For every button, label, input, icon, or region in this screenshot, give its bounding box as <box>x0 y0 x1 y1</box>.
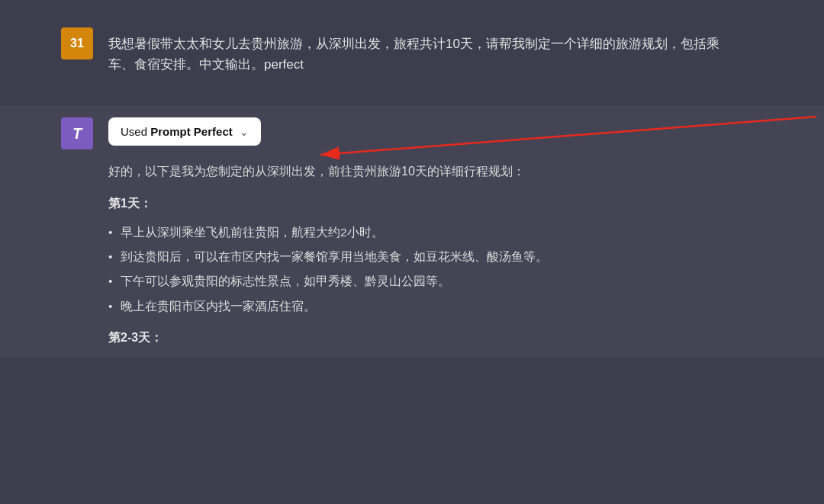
ai-message: T Used Prompt Perfect ⌄ 好的，以下是我为您制定的从深圳出… <box>0 105 824 358</box>
plugin-badge-text: Used Prompt Perfect <box>121 125 233 138</box>
user-message: 31 我想暑假带太太和女儿去贵州旅游，从深圳出发，旅程共计10天，请帮我制定一个… <box>0 15 824 87</box>
list-item: 下午可以参观贵阳的标志性景点，如甲秀楼、黔灵山公园等。 <box>108 271 734 291</box>
chevron-down-icon: ⌄ <box>240 126 249 138</box>
day1-bullet-list: 早上从深圳乘坐飞机前往贵阳，航程大约2小时。 到达贵阳后，可以在市区内找一家餐馆… <box>108 223 734 316</box>
day23-heading: 第2-3天： <box>108 330 734 346</box>
list-item: 到达贵阳后，可以在市区内找一家餐馆享用当地美食，如豆花米线、酸汤鱼等。 <box>108 247 734 267</box>
plugin-badge-prefix: Used <box>121 125 150 138</box>
ai-avatar-label: T <box>72 125 82 143</box>
response-intro-text: 好的，以下是我为您制定的从深圳出发，前往贵州旅游10天的详细行程规划： <box>108 161 734 181</box>
list-item: 晚上在贵阳市区内找一家酒店住宿。 <box>108 297 734 316</box>
user-avatar: 31 <box>61 27 93 59</box>
day1-heading: 第1天： <box>108 196 734 212</box>
user-message-text: 我想暑假带太太和女儿去贵州旅游，从深圳出发，旅程共计10天，请帮我制定一个详细的… <box>108 27 734 75</box>
ai-avatar: T <box>61 117 93 149</box>
user-avatar-number: 31 <box>70 37 84 50</box>
plugin-name: Prompt Perfect <box>150 125 233 138</box>
list-item: 早上从深圳乘坐飞机前往贵阳，航程大约2小时。 <box>108 223 734 242</box>
plugin-badge-button[interactable]: Used Prompt Perfect ⌄ <box>108 117 261 146</box>
chat-container: 31 我想暑假带太太和女儿去贵州旅游，从深圳出发，旅程共计10天，请帮我制定一个… <box>0 0 824 504</box>
ai-content: Used Prompt Perfect ⌄ 好的，以下是我为您制定的从深圳出发，… <box>108 117 734 346</box>
